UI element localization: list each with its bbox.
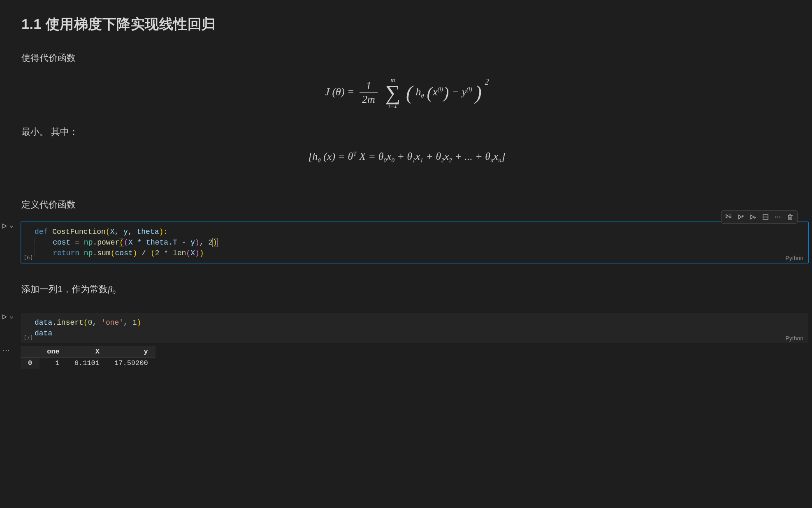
markdown-cell-heading: 1.1 使用梯度下降实现线性回归 使得代价函数 J (θ) = 1 2m m ∑… — [0, 0, 812, 194]
dots: + ... + θ — [452, 150, 490, 162]
dataframe-table: one X y 0 1 6.1101 17.59200 — [21, 346, 155, 369]
table-header-row: one X y — [21, 346, 155, 358]
h: h — [415, 86, 421, 98]
fn: power — [97, 238, 119, 247]
right-paren: ) — [475, 85, 482, 101]
equation-hypothesis: [hθ (x) = θT X = θ0x0 + θ1x1 + θ2x2 + ..… — [21, 150, 792, 164]
beta-symbol: β — [108, 284, 112, 294]
paren: ) — [195, 249, 200, 257]
keyword-return: return — [53, 249, 79, 257]
execute-above-button[interactable] — [735, 211, 747, 223]
cell-gutter-2 — [0, 314, 19, 320]
text-cursor — [217, 238, 218, 247]
output-ellipsis-icon[interactable]: ⋯ — [2, 345, 10, 354]
module: np — [84, 249, 93, 257]
sub1b: 1 — [420, 157, 423, 164]
eq2-xpart: (x) = θ — [321, 150, 353, 162]
string: 'one' — [101, 319, 123, 327]
run-cell-icon[interactable] — [2, 223, 7, 229]
delete-cell-button[interactable] — [784, 211, 796, 223]
run-cell-icon[interactable] — [2, 314, 7, 320]
sub2: 2 — [441, 157, 444, 164]
paren: ) — [195, 238, 200, 247]
code-cell-1[interactable]: def CostFunction(X, y, theta): cost = np… — [21, 222, 809, 263]
more-actions-button[interactable] — [772, 211, 784, 223]
module: np — [84, 238, 93, 247]
section-title: 1.1 使用梯度下降实现线性回归 — [21, 15, 792, 34]
y: y — [462, 86, 467, 98]
sub0b: 0 — [391, 157, 394, 164]
cell-language-label[interactable]: Python — [785, 255, 803, 261]
code-cell-1-wrap: def CostFunction(X, y, theta): cost = np… — [0, 222, 812, 263]
svg-marker-5 — [738, 215, 742, 219]
sp — [79, 249, 84, 257]
svg-marker-1 — [726, 215, 728, 218]
code-content-1[interactable]: def CostFunction(X, y, theta): cost = np… — [35, 226, 801, 259]
cell-gutter — [0, 223, 19, 229]
paren: ) — [137, 319, 142, 327]
col-header: X — [67, 346, 107, 358]
num: 2 — [155, 249, 160, 257]
exponent-2: 2 — [485, 77, 489, 86]
equation-cost-function: J (θ) = 1 2m m ∑ i=1 ( hθ (x(i)) − y(i) … — [21, 76, 792, 109]
paren: ) — [133, 249, 137, 257]
x0: x — [387, 150, 392, 162]
cell-toolbar — [721, 210, 798, 224]
paren: ( — [106, 228, 110, 236]
paragraph-cost: 使得代价函数 — [21, 52, 792, 64]
plus2: + θ — [423, 150, 441, 162]
sub0: 0 — [383, 157, 387, 164]
xn: x — [494, 150, 499, 162]
subn: n — [490, 157, 494, 164]
var: cost — [115, 249, 132, 257]
svg-point-10 — [777, 217, 779, 218]
eq2-open: [h — [308, 150, 318, 162]
var: X — [190, 249, 195, 257]
index-header — [21, 346, 39, 358]
fraction: 1 2m — [360, 80, 378, 106]
code-cell-2[interactable]: data.insert(0, 'one', 1) data Python [7] — [21, 312, 809, 344]
col-header: one — [39, 346, 67, 358]
op: = — [70, 238, 84, 247]
frac-den: 2m — [360, 92, 378, 106]
split-cell-button[interactable] — [759, 211, 772, 223]
code-cell-2-wrap: data.insert(0, 'one', 1) data Python [7] — [0, 312, 812, 344]
paragraph-add-column: 添加一列1，作为常数β0 — [21, 283, 792, 296]
dot: . — [52, 319, 57, 327]
execute-below-button[interactable] — [747, 211, 759, 223]
code-content-2[interactable]: data.insert(0, 'one', 1) data — [35, 317, 801, 339]
cell-output: ⋯ one X y 0 1 6.1101 17.59200 — [0, 346, 812, 369]
cell: 17.59200 — [107, 357, 155, 369]
inner-rparen: ) — [443, 86, 449, 99]
sub2b: 2 — [449, 157, 452, 164]
comma: , — [123, 319, 132, 327]
chevron-down-icon[interactable] — [9, 315, 14, 320]
paren: ( — [84, 319, 88, 327]
paren: ( — [111, 249, 115, 257]
comma: , — [92, 319, 101, 327]
cell: 6.1101 — [67, 357, 107, 369]
col-header: y — [107, 346, 155, 358]
param: theta — [137, 228, 159, 236]
eq2-T: T — [353, 150, 356, 157]
param: y — [123, 228, 128, 236]
run-by-line-button[interactable] — [722, 211, 735, 223]
chevron-down-icon[interactable] — [9, 224, 14, 229]
fn-name: CostFunction — [48, 228, 105, 236]
code-editor-2[interactable]: data.insert(0, 'one', 1) data — [21, 313, 808, 343]
cell-language-label-2[interactable]: Python — [785, 335, 803, 342]
keyword-def: def — [35, 228, 48, 236]
beta-sub: 0 — [112, 290, 115, 296]
code-editor-1[interactable]: def CostFunction(X, y, theta): cost = np… — [21, 222, 808, 263]
svg-marker-6 — [751, 215, 754, 219]
svg-point-11 — [780, 217, 781, 218]
subn2: n — [498, 157, 501, 164]
sigma-icon: ∑ — [385, 83, 400, 103]
var: data — [35, 319, 52, 327]
var: cost — [53, 238, 70, 247]
markdown-cell-define-cost: 定义代价函数 — [0, 194, 812, 221]
paren: ) — [200, 249, 204, 257]
sup-i: (i) — [438, 86, 443, 92]
eq2-close: ] — [501, 150, 506, 162]
num: 1 — [132, 319, 137, 327]
